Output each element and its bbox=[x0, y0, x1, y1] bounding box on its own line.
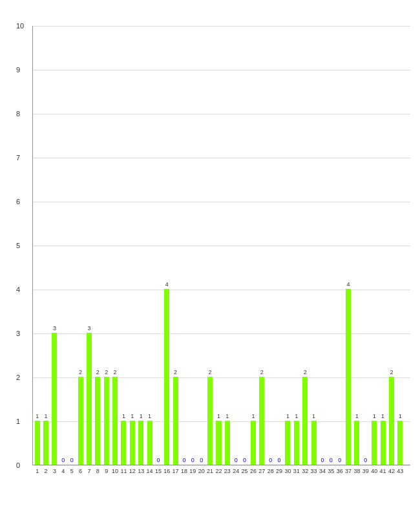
bar-value-label: 0 bbox=[61, 457, 65, 463]
bar-value-label: 3 bbox=[87, 325, 90, 332]
grid-line bbox=[33, 158, 410, 158]
chart-container: 1112330405263728292101111121131140154162… bbox=[0, 0, 420, 517]
y-tick-label: 4 bbox=[16, 286, 20, 293]
bar bbox=[130, 421, 135, 465]
x-tick-label: 20 bbox=[198, 468, 205, 474]
x-tick-label: 5 bbox=[70, 468, 74, 474]
bar-value-label: 0 bbox=[269, 457, 272, 463]
bar bbox=[43, 421, 48, 465]
bar-value-label: 2 bbox=[390, 369, 393, 375]
x-tick-label: 28 bbox=[268, 468, 274, 474]
bar-value-label: 1 bbox=[355, 413, 359, 419]
bar-value-label: 2 bbox=[96, 369, 100, 375]
grid-line bbox=[33, 465, 410, 466]
bar bbox=[52, 333, 57, 465]
grid-line bbox=[33, 70, 410, 70]
y-tick-label: 6 bbox=[16, 198, 20, 206]
x-tick-label: 21 bbox=[207, 468, 213, 474]
chart-area: 1112330405263728292101111121131140154162… bbox=[32, 26, 410, 465]
bar-value-label: 1 bbox=[226, 413, 229, 419]
y-tick-label: 2 bbox=[16, 374, 20, 381]
bar bbox=[207, 377, 213, 465]
bar bbox=[346, 289, 351, 465]
bar-value-label: 0 bbox=[70, 457, 74, 463]
x-tick-label: 38 bbox=[353, 468, 360, 474]
x-tick-label: 30 bbox=[284, 468, 291, 474]
y-tick-label: 3 bbox=[16, 330, 20, 337]
x-tick-label: 9 bbox=[105, 468, 108, 474]
bar-value-label: 1 bbox=[399, 413, 402, 419]
bar bbox=[78, 377, 83, 465]
x-tick-label: 22 bbox=[215, 468, 222, 474]
bar-value-label: 1 bbox=[295, 413, 298, 419]
y-tick-label: 0 bbox=[16, 461, 20, 469]
x-tick-label: 42 bbox=[388, 468, 395, 474]
bar-value-label: 0 bbox=[200, 457, 203, 463]
bar bbox=[354, 421, 359, 465]
x-tick-label: 12 bbox=[129, 468, 136, 474]
bar bbox=[251, 421, 256, 465]
x-tick-label: 13 bbox=[138, 468, 144, 474]
grid-line bbox=[33, 290, 410, 290]
x-tick-label: 4 bbox=[61, 468, 65, 474]
bar-value-label: 2 bbox=[114, 369, 117, 375]
bar bbox=[164, 289, 169, 465]
x-tick-label: 16 bbox=[163, 468, 170, 474]
y-tick-label: 9 bbox=[16, 66, 20, 74]
bar-value-label: 1 bbox=[381, 413, 384, 419]
x-tick-label: 8 bbox=[96, 468, 100, 474]
bar-value-label: 1 bbox=[36, 413, 39, 419]
bar bbox=[381, 421, 386, 465]
bar-value-label: 3 bbox=[53, 325, 56, 332]
x-tick-label: 14 bbox=[147, 468, 153, 474]
x-tick-label: 24 bbox=[233, 468, 239, 474]
bar-value-label: 4 bbox=[347, 281, 350, 288]
bar bbox=[216, 421, 221, 465]
x-tick-label: 40 bbox=[371, 468, 377, 474]
bar bbox=[225, 421, 230, 465]
bar-value-label: 0 bbox=[191, 457, 194, 463]
bar bbox=[397, 421, 403, 465]
bar-value-label: 1 bbox=[312, 413, 315, 419]
chart-title bbox=[0, 0, 420, 10]
bar-value-label: 0 bbox=[156, 457, 160, 463]
bar-value-label: 1 bbox=[148, 413, 151, 419]
bar-value-label: 0 bbox=[320, 457, 324, 463]
bar-value-label: 4 bbox=[165, 281, 169, 288]
x-tick-label: 11 bbox=[120, 468, 127, 474]
y-tick-label: 1 bbox=[16, 417, 20, 425]
bar bbox=[147, 421, 152, 465]
grid-line bbox=[33, 26, 410, 26]
x-tick-label: 25 bbox=[242, 468, 248, 474]
x-tick-label: 6 bbox=[79, 468, 82, 474]
x-tick-label: 37 bbox=[345, 468, 352, 474]
x-tick-label: 43 bbox=[397, 468, 403, 474]
bar-value-label: 2 bbox=[105, 369, 108, 375]
bar bbox=[87, 333, 92, 465]
x-tick-label: 33 bbox=[311, 468, 317, 474]
x-tick-label: 3 bbox=[53, 468, 56, 474]
bar-value-label: 0 bbox=[330, 457, 333, 463]
bar-value-label: 1 bbox=[286, 413, 289, 419]
bar bbox=[259, 377, 264, 465]
x-tick-label: 39 bbox=[362, 468, 369, 474]
bar bbox=[138, 421, 143, 465]
bar-value-label: 0 bbox=[338, 457, 341, 463]
x-tick-label: 10 bbox=[112, 468, 118, 474]
bar-value-label: 1 bbox=[251, 413, 255, 419]
bar-value-label: 1 bbox=[140, 413, 143, 419]
x-tick-label: 2 bbox=[45, 468, 48, 474]
x-tick-label: 41 bbox=[380, 468, 386, 474]
bar bbox=[285, 421, 290, 465]
x-tick-label: 1 bbox=[36, 468, 39, 474]
bar bbox=[121, 421, 126, 465]
x-tick-label: 36 bbox=[337, 468, 343, 474]
bar bbox=[104, 377, 109, 465]
x-tick-label: 29 bbox=[276, 468, 282, 474]
bar-value-label: 0 bbox=[278, 457, 281, 463]
y-tick-label: 10 bbox=[16, 22, 24, 30]
y-tick-label: 7 bbox=[16, 154, 20, 162]
bar-value-label: 0 bbox=[364, 457, 367, 463]
x-tick-label: 27 bbox=[258, 468, 265, 474]
y-tick-label: 5 bbox=[16, 242, 20, 249]
